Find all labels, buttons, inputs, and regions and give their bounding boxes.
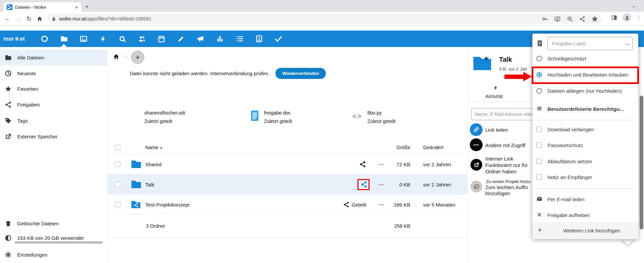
dashboard-icon[interactable] [40, 35, 49, 43]
radio-file-drop[interactable] [536, 88, 542, 94]
share-link-label[interactable]: Link teilen [485, 127, 508, 133]
row-checkbox[interactable] [115, 202, 120, 207]
bookmark-star-icon[interactable] [592, 16, 598, 22]
install-app-icon[interactable] [554, 16, 561, 22]
radio-file-drop-label[interactable]: Dateien ablegen (nur Hochladen) [547, 88, 622, 94]
tab-search-chevron-icon[interactable]: ⌄ [632, 3, 636, 9]
reload-button[interactable]: ↻ [24, 15, 34, 23]
profile-avatar[interactable] [622, 13, 631, 22]
select-all-checkbox[interactable] [115, 145, 120, 150]
url-text[interactable]: wolke.mur.at/apps/files/?dir=/&fileid=19… [59, 16, 151, 21]
tab-activity[interactable]: Aktivität [485, 93, 503, 99]
checkbox-expiration[interactable] [536, 159, 542, 164]
sidebar-item-favorites[interactable]: Favoriten [0, 81, 108, 97]
recommendation-name: freigabe.doc [264, 110, 292, 116]
url-path: /apps/files/?dir=/&fileid=198581 [86, 16, 151, 21]
photos-icon[interactable] [79, 35, 88, 43]
analytics-icon[interactable] [216, 35, 224, 43]
favorite-star-icon[interactable]: ★ [483, 54, 489, 62]
checks-icon[interactable] [274, 35, 283, 43]
close-tab-icon[interactable]: × [75, 5, 78, 10]
recommendation-item[interactable]: freigabe.doc Zuletzt geteilt [250, 110, 292, 124]
tasks-icon[interactable] [235, 35, 244, 43]
notes-icon[interactable] [177, 35, 185, 43]
murat-logo[interactable]: murat [3, 36, 25, 42]
checkbox-expiration-label[interactable]: Ablaufdatum setzen [547, 159, 592, 164]
checkbox-note[interactable] [536, 174, 542, 180]
sidebar-item-deleted-files[interactable]: Gelöschte Dateien [0, 216, 108, 231]
internal-link-icon[interactable] [470, 159, 482, 171]
url-bar[interactable]: wolke.mur.at/apps/files/?dir=/&fileid=19… [47, 14, 602, 24]
internal-link-title[interactable]: Interner Link [485, 156, 513, 162]
add-another-link-row[interactable]: + Weiteren Link hinzufügen [532, 222, 638, 239]
submit-label-icon[interactable]: → [624, 40, 630, 47]
search-icon[interactable] [118, 35, 127, 43]
contacts-icon[interactable] [138, 35, 146, 43]
page-scrollbar[interactable] [640, 96, 643, 229]
recommendation-item[interactable]: sharemitfischer.odt Zuletzt geteilt [144, 110, 185, 124]
new-file-button[interactable]: + [131, 51, 144, 64]
checkbox-note-label[interactable]: Notiz an Empfänger [547, 174, 592, 180]
share-link-icon[interactable] [470, 123, 483, 136]
tag-icon [5, 117, 12, 124]
share-search-input[interactable] [471, 108, 542, 120]
recommendation-item[interactable]: <> fibo.py Zuletzt geteilt [352, 110, 395, 124]
calendar-icon[interactable] [157, 35, 166, 43]
checkbox-hide-download[interactable] [536, 127, 542, 132]
add-another-link-label[interactable]: Weiteren Link hinzufügen [563, 228, 620, 233]
file-row-talk[interactable]: Talk ··· 0 KB vor 2 Jahren [108, 174, 467, 194]
contact-card-icon[interactable] [255, 35, 263, 43]
announcements-icon[interactable] [196, 35, 205, 43]
row-checkbox[interactable] [115, 182, 120, 187]
row-checkbox[interactable] [115, 162, 120, 167]
radio-read-only-label[interactable]: Schreibgeschützt [547, 56, 586, 61]
row-actions-icon[interactable]: ··· [378, 161, 384, 167]
new-tab-button[interactable]: + [85, 3, 89, 10]
sidebar-item-recent[interactable]: Neueste [0, 65, 108, 81]
column-modified[interactable]: Geändert [423, 145, 443, 150]
file-row-test-projektkonzept[interactable]: Test-Projektkonzept Geteilt ··· 186 KB v… [108, 194, 467, 215]
sidebar-item-external-storage[interactable]: Externer Speicher [0, 129, 108, 144]
share-action-icon[interactable] [343, 201, 349, 208]
share-page-icon[interactable] [579, 16, 585, 22]
checkbox-hide-download-label[interactable]: Download verbergen [547, 127, 594, 132]
others-access-label[interactable]: Andere mit Zugriff [485, 142, 525, 148]
column-size[interactable]: Größe [386, 145, 410, 150]
files-icon[interactable] [60, 35, 68, 43]
checkbox-password[interactable] [536, 142, 542, 148]
folder-icon [130, 179, 142, 190]
row-actions-icon[interactable]: ··· [378, 181, 384, 187]
project-title[interactable]: Zu einem Projekt hinzu [486, 179, 531, 184]
share-action-icon[interactable] [359, 161, 366, 168]
row-actions-icon[interactable]: ··· [378, 202, 384, 207]
forward-button[interactable]: → [13, 15, 24, 22]
activity-icon[interactable] [99, 35, 107, 43]
sidebar-item-tags[interactable]: Tags [0, 113, 108, 129]
shared-status-label[interactable]: Geteilt [352, 202, 366, 207]
file-name[interactable]: Talk [145, 181, 154, 187]
zoom-out-icon[interactable] [567, 16, 573, 22]
reconnect-button[interactable]: Wiederverbinden [275, 68, 326, 79]
back-button[interactable]: ← [2, 15, 13, 22]
add-to-project-icon[interactable] [470, 181, 482, 192]
sidebar-item-shares[interactable]: Freigaben [0, 97, 108, 113]
radio-read-only[interactable] [536, 56, 542, 61]
unshare-label[interactable]: Freigabe aufheben [547, 212, 590, 218]
sidebar-item-all-files[interactable]: Alle Dateien [0, 50, 108, 65]
side-panel-icon[interactable] [611, 14, 618, 21]
breadcrumb-home-icon[interactable] [113, 53, 119, 60]
share-email-label[interactable]: Per E-mail teilen [547, 196, 584, 202]
browser-tab[interactable]: Dateien - Wolke × [3, 2, 81, 12]
file-row-shared[interactable]: Shared ··· 72 KB vor 2 Jahren [108, 154, 467, 174]
browser-menu-icon[interactable]: ⋮ [636, 17, 641, 18]
share-label-input[interactable] [547, 37, 633, 50]
checkbox-password-label[interactable]: Passwortschutz [547, 142, 583, 148]
custom-permissions-label[interactable]: Benutzerdefinierte Berechtigu... [547, 106, 624, 112]
file-name[interactable]: Test-Projektkonzept [145, 202, 190, 207]
column-name[interactable]: Name ▲ [145, 145, 163, 150]
sidebar-item-settings[interactable]: Einstellungen [0, 247, 108, 263]
password-key-icon[interactable] [542, 16, 548, 22]
home-button[interactable] [34, 16, 45, 22]
others-access-icon[interactable]: ••• [470, 138, 483, 151]
file-name[interactable]: Shared [145, 161, 161, 167]
